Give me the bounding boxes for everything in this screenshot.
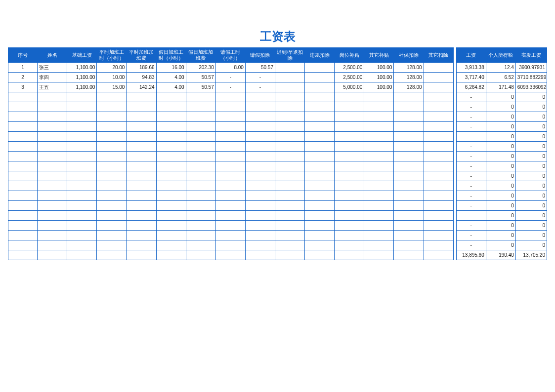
- cell: [424, 92, 453, 102]
- cell: [394, 240, 424, 250]
- cell: [38, 221, 67, 231]
- cell: [156, 201, 186, 211]
- cell: 0: [515, 201, 547, 211]
- cell: [335, 211, 364, 221]
- cell: 0: [486, 92, 515, 102]
- table-row: -00: [8, 201, 547, 211]
- cell: [215, 191, 245, 201]
- cell: [97, 201, 127, 211]
- total-cell: [245, 250, 275, 260]
- cell: [215, 221, 245, 231]
- cell: [215, 112, 245, 122]
- cell: [275, 171, 304, 181]
- cell: 3,913.38: [456, 63, 486, 73]
- cell: [67, 142, 97, 152]
- cell: [364, 181, 394, 191]
- cell: [215, 132, 245, 142]
- cell: [215, 211, 245, 221]
- cell: 0: [486, 201, 515, 211]
- cell: [97, 102, 127, 112]
- cell: [364, 102, 394, 112]
- cell: [38, 161, 67, 171]
- cell: 0: [486, 132, 515, 142]
- cell: [38, 231, 67, 240]
- cell: [8, 171, 38, 181]
- cell: [67, 132, 97, 142]
- cell: [305, 201, 335, 211]
- cell: [186, 122, 215, 132]
- cell: [275, 142, 304, 152]
- cell: [186, 231, 215, 240]
- table-row: -00: [8, 221, 547, 231]
- salary-table: 序号姓名基础工资平时加班工时（小时）平时加班加班费假日加班工时（小时）假日加班加…: [8, 47, 547, 260]
- cell: [186, 171, 215, 181]
- table-header-row: 序号姓名基础工资平时加班工时（小时）平时加班加班费假日加班工时（小时）假日加班加…: [8, 48, 547, 63]
- total-cell: [156, 250, 186, 260]
- total-cell: [394, 250, 424, 260]
- cell: 202.30: [186, 63, 215, 73]
- cell: [245, 181, 275, 191]
- cell: 4.00: [156, 73, 186, 82]
- cell: [245, 122, 275, 132]
- cell: [275, 201, 304, 211]
- cell: [245, 201, 275, 211]
- cell: [38, 122, 67, 132]
- cell: [186, 132, 215, 142]
- cell: 0: [515, 112, 547, 122]
- col-header: 基础工资: [67, 48, 97, 63]
- total-cell: 13,705.20: [515, 250, 547, 260]
- cell: [38, 102, 67, 112]
- cell: 6,264.82: [456, 82, 486, 92]
- cell: [364, 161, 394, 171]
- col-header: 假日加班加班费: [186, 48, 215, 63]
- cell: [335, 122, 364, 132]
- cell: [305, 132, 335, 142]
- cell: [127, 211, 156, 221]
- cell: 0: [486, 112, 515, 122]
- cell: [156, 92, 186, 102]
- cell: [305, 231, 335, 240]
- cell: [335, 112, 364, 122]
- cell: [245, 221, 275, 231]
- cell: [127, 122, 156, 132]
- cell: [275, 191, 304, 201]
- cell: [364, 152, 394, 161]
- cell: [394, 211, 424, 221]
- col-header: 个人所得税: [486, 48, 515, 63]
- cell: [424, 102, 453, 112]
- cell: [215, 201, 245, 211]
- cell: [38, 132, 67, 142]
- cell: [8, 240, 38, 250]
- cell: [67, 191, 97, 201]
- table-total-row: 13,895.60190.4013,705.20: [8, 250, 547, 260]
- cell: [186, 181, 215, 191]
- cell: [424, 132, 453, 142]
- cell: 3: [8, 82, 38, 92]
- cell: 128.00: [394, 63, 424, 73]
- cell: [156, 231, 186, 240]
- cell: 5,000.00: [335, 82, 364, 92]
- cell: [394, 112, 424, 122]
- cell: -: [456, 132, 486, 142]
- cell: [275, 221, 304, 231]
- cell: 0: [515, 171, 547, 181]
- page-title: 工资表: [8, 29, 547, 44]
- total-cell: [335, 250, 364, 260]
- cell: [335, 161, 364, 171]
- cell: [8, 92, 38, 102]
- cell: 0: [515, 231, 547, 240]
- cell: 100.00: [364, 82, 394, 92]
- cell: [305, 112, 335, 122]
- cell: [424, 191, 453, 201]
- cell: [394, 231, 424, 240]
- cell: [424, 221, 453, 231]
- total-cell: [127, 250, 156, 260]
- cell: [305, 102, 335, 112]
- cell: [156, 161, 186, 171]
- cell: -: [215, 82, 245, 92]
- table-row: -00: [8, 152, 547, 161]
- cell: 0: [486, 122, 515, 132]
- cell: [215, 161, 245, 171]
- cell: [245, 231, 275, 240]
- cell: [364, 92, 394, 102]
